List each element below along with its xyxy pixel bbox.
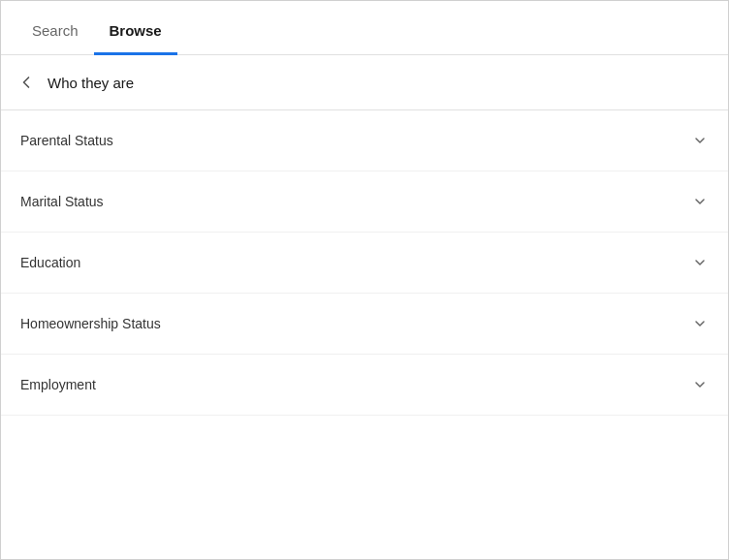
list-item-label-employment: Employment [20,377,96,392]
list-item-marital-status[interactable]: Marital Status [1,171,728,233]
main-container: Search Browse Who they are Parental Stat… [0,0,729,560]
list-item-employment[interactable]: Employment [1,355,728,416]
chevron-down-icon-marital-status [691,193,709,210]
back-button[interactable] [16,73,36,92]
chevron-down-icon-homeownership-status [691,315,709,332]
back-row: Who they are [1,55,728,110]
list-item-parental-status[interactable]: Parental Status [1,110,728,171]
list-item-label-education: Education [20,255,80,270]
list-item-label-marital-status: Marital Status [20,194,104,209]
chevron-down-icon-parental-status [691,132,709,149]
chevron-down-icon-employment [691,376,709,393]
tab-browse[interactable]: Browse [94,9,177,55]
tab-search[interactable]: Search [16,9,94,55]
list-item-homeownership-status[interactable]: Homeownership Status [1,294,728,355]
category-list: Parental StatusMarital StatusEducationHo… [1,110,728,559]
list-item-education[interactable]: Education [1,233,728,294]
back-label: Who they are [48,75,134,91]
list-item-label-parental-status: Parental Status [20,133,113,148]
tab-bar: Search Browse [1,1,728,55]
chevron-down-icon-education [691,254,709,271]
list-item-label-homeownership-status: Homeownership Status [20,316,161,331]
